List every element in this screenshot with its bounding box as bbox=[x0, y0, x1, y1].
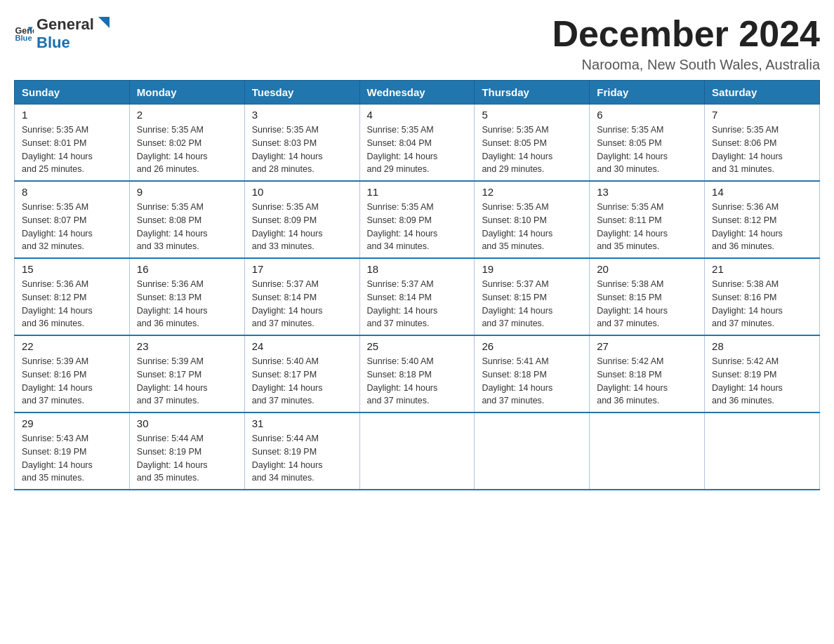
table-row: 7 Sunrise: 5:35 AM Sunset: 8:06 PM Dayli… bbox=[705, 105, 820, 182]
table-row: 23 Sunrise: 5:39 AM Sunset: 8:17 PM Dayl… bbox=[129, 335, 244, 412]
table-row: 2 Sunrise: 5:35 AM Sunset: 8:02 PM Dayli… bbox=[129, 105, 244, 182]
calendar-week-row: 1 Sunrise: 5:35 AM Sunset: 8:01 PM Dayli… bbox=[15, 105, 820, 182]
table-row: 20 Sunrise: 5:38 AM Sunset: 8:15 PM Dayl… bbox=[590, 258, 705, 335]
table-row: 10 Sunrise: 5:35 AM Sunset: 8:09 PM Dayl… bbox=[244, 181, 359, 258]
table-row: 3 Sunrise: 5:35 AM Sunset: 8:03 PM Dayli… bbox=[244, 105, 359, 182]
day-number: 25 bbox=[367, 340, 468, 352]
day-info: Sunrise: 5:36 AM Sunset: 8:12 PM Dayligh… bbox=[712, 201, 812, 253]
table-row: 22 Sunrise: 5:39 AM Sunset: 8:16 PM Dayl… bbox=[15, 335, 130, 412]
day-info: Sunrise: 5:38 AM Sunset: 8:16 PM Dayligh… bbox=[712, 278, 812, 330]
table-row bbox=[705, 412, 820, 490]
day-info: Sunrise: 5:37 AM Sunset: 8:14 PM Dayligh… bbox=[367, 278, 468, 330]
day-info: Sunrise: 5:42 AM Sunset: 8:18 PM Dayligh… bbox=[597, 355, 697, 408]
table-row: 12 Sunrise: 5:35 AM Sunset: 8:10 PM Dayl… bbox=[475, 181, 590, 258]
col-tuesday: Tuesday bbox=[244, 81, 359, 105]
table-row bbox=[475, 412, 590, 490]
table-row: 9 Sunrise: 5:35 AM Sunset: 8:08 PM Dayli… bbox=[129, 181, 244, 258]
day-number: 6 bbox=[597, 109, 697, 121]
location-title: Narooma, New South Wales, Australia bbox=[552, 57, 820, 73]
title-block: December 2024 Narooma, New South Wales, … bbox=[552, 14, 820, 73]
day-info: Sunrise: 5:35 AM Sunset: 8:08 PM Dayligh… bbox=[137, 201, 237, 253]
table-row: 27 Sunrise: 5:42 AM Sunset: 8:18 PM Dayl… bbox=[590, 335, 705, 412]
day-info: Sunrise: 5:40 AM Sunset: 8:17 PM Dayligh… bbox=[252, 355, 352, 408]
logo-triangle-icon bbox=[95, 14, 111, 29]
day-number: 19 bbox=[482, 263, 582, 275]
day-number: 12 bbox=[482, 186, 582, 198]
month-title: December 2024 bbox=[552, 14, 820, 54]
table-row: 16 Sunrise: 5:36 AM Sunset: 8:13 PM Dayl… bbox=[129, 258, 244, 335]
day-info: Sunrise: 5:35 AM Sunset: 8:01 PM Dayligh… bbox=[22, 123, 122, 176]
day-info: Sunrise: 5:35 AM Sunset: 8:02 PM Dayligh… bbox=[137, 123, 237, 176]
calendar-week-row: 29 Sunrise: 5:43 AM Sunset: 8:19 PM Dayl… bbox=[15, 412, 820, 490]
day-info: Sunrise: 5:36 AM Sunset: 8:12 PM Dayligh… bbox=[22, 278, 122, 330]
svg-marker-3 bbox=[98, 17, 110, 28]
day-info: Sunrise: 5:35 AM Sunset: 8:11 PM Dayligh… bbox=[597, 201, 697, 253]
calendar-week-row: 8 Sunrise: 5:35 AM Sunset: 8:07 PM Dayli… bbox=[15, 181, 820, 258]
col-monday: Monday bbox=[129, 81, 244, 105]
day-info: Sunrise: 5:37 AM Sunset: 8:15 PM Dayligh… bbox=[482, 278, 582, 330]
day-info: Sunrise: 5:35 AM Sunset: 8:05 PM Dayligh… bbox=[597, 123, 697, 176]
day-number: 10 bbox=[252, 186, 352, 198]
col-friday: Friday bbox=[590, 81, 705, 105]
day-number: 21 bbox=[712, 263, 812, 275]
table-row: 13 Sunrise: 5:35 AM Sunset: 8:11 PM Dayl… bbox=[590, 181, 705, 258]
day-info: Sunrise: 5:44 AM Sunset: 8:19 PM Dayligh… bbox=[252, 432, 352, 485]
day-info: Sunrise: 5:38 AM Sunset: 8:15 PM Dayligh… bbox=[597, 278, 697, 330]
logo-icon: General Blue bbox=[14, 23, 34, 43]
table-row bbox=[590, 412, 705, 490]
day-info: Sunrise: 5:39 AM Sunset: 8:16 PM Dayligh… bbox=[22, 355, 122, 408]
table-row: 6 Sunrise: 5:35 AM Sunset: 8:05 PM Dayli… bbox=[590, 105, 705, 182]
day-number: 23 bbox=[137, 340, 237, 352]
day-info: Sunrise: 5:35 AM Sunset: 8:03 PM Dayligh… bbox=[252, 123, 352, 176]
table-row: 29 Sunrise: 5:43 AM Sunset: 8:19 PM Dayl… bbox=[15, 412, 130, 490]
table-row: 28 Sunrise: 5:42 AM Sunset: 8:19 PM Dayl… bbox=[705, 335, 820, 412]
day-number: 9 bbox=[137, 186, 237, 198]
svg-text:Blue: Blue bbox=[15, 34, 32, 42]
calendar-table: Sunday Monday Tuesday Wednesday Thursday… bbox=[14, 80, 820, 490]
table-row: 1 Sunrise: 5:35 AM Sunset: 8:01 PM Dayli… bbox=[15, 105, 130, 182]
day-info: Sunrise: 5:40 AM Sunset: 8:18 PM Dayligh… bbox=[367, 355, 468, 408]
table-row: 18 Sunrise: 5:37 AM Sunset: 8:14 PM Dayl… bbox=[359, 258, 475, 335]
table-row: 14 Sunrise: 5:36 AM Sunset: 8:12 PM Dayl… bbox=[705, 181, 820, 258]
day-info: Sunrise: 5:35 AM Sunset: 8:09 PM Dayligh… bbox=[252, 201, 352, 253]
day-number: 8 bbox=[22, 186, 122, 198]
day-number: 30 bbox=[137, 417, 237, 429]
day-info: Sunrise: 5:44 AM Sunset: 8:19 PM Dayligh… bbox=[137, 432, 237, 485]
table-row: 5 Sunrise: 5:35 AM Sunset: 8:05 PM Dayli… bbox=[475, 105, 590, 182]
table-row: 25 Sunrise: 5:40 AM Sunset: 8:18 PM Dayl… bbox=[359, 335, 475, 412]
day-info: Sunrise: 5:41 AM Sunset: 8:18 PM Dayligh… bbox=[482, 355, 582, 408]
col-thursday: Thursday bbox=[475, 81, 590, 105]
table-row: 19 Sunrise: 5:37 AM Sunset: 8:15 PM Dayl… bbox=[475, 258, 590, 335]
table-row: 15 Sunrise: 5:36 AM Sunset: 8:12 PM Dayl… bbox=[15, 258, 130, 335]
col-wednesday: Wednesday bbox=[359, 81, 475, 105]
page-header: General Blue General Blue December 2024 … bbox=[14, 14, 820, 73]
day-info: Sunrise: 5:35 AM Sunset: 8:04 PM Dayligh… bbox=[367, 123, 468, 176]
day-number: 2 bbox=[137, 109, 237, 121]
table-row: 11 Sunrise: 5:35 AM Sunset: 8:09 PM Dayl… bbox=[359, 181, 475, 258]
calendar-week-row: 15 Sunrise: 5:36 AM Sunset: 8:12 PM Dayl… bbox=[15, 258, 820, 335]
day-number: 18 bbox=[367, 263, 468, 275]
col-saturday: Saturday bbox=[705, 81, 820, 105]
day-number: 24 bbox=[252, 340, 352, 352]
logo: General Blue General Blue bbox=[14, 14, 112, 52]
logo-general-text: General bbox=[37, 15, 94, 34]
day-number: 13 bbox=[597, 186, 697, 198]
day-info: Sunrise: 5:35 AM Sunset: 8:10 PM Dayligh… bbox=[482, 201, 582, 253]
table-row: 30 Sunrise: 5:44 AM Sunset: 8:19 PM Dayl… bbox=[129, 412, 244, 490]
day-number: 28 bbox=[712, 340, 812, 352]
day-info: Sunrise: 5:36 AM Sunset: 8:13 PM Dayligh… bbox=[137, 278, 237, 330]
table-row: 26 Sunrise: 5:41 AM Sunset: 8:18 PM Dayl… bbox=[475, 335, 590, 412]
day-number: 27 bbox=[597, 340, 697, 352]
day-info: Sunrise: 5:35 AM Sunset: 8:09 PM Dayligh… bbox=[367, 201, 468, 253]
day-number: 16 bbox=[137, 263, 237, 275]
day-number: 7 bbox=[712, 109, 812, 121]
day-number: 22 bbox=[22, 340, 122, 352]
day-info: Sunrise: 5:37 AM Sunset: 8:14 PM Dayligh… bbox=[252, 278, 352, 330]
table-row: 21 Sunrise: 5:38 AM Sunset: 8:16 PM Dayl… bbox=[705, 258, 820, 335]
logo-blue-text: Blue bbox=[37, 34, 70, 51]
table-row: 24 Sunrise: 5:40 AM Sunset: 8:17 PM Dayl… bbox=[244, 335, 359, 412]
day-number: 15 bbox=[22, 263, 122, 275]
table-row: 4 Sunrise: 5:35 AM Sunset: 8:04 PM Dayli… bbox=[359, 105, 475, 182]
day-number: 5 bbox=[482, 109, 582, 121]
table-row: 17 Sunrise: 5:37 AM Sunset: 8:14 PM Dayl… bbox=[244, 258, 359, 335]
